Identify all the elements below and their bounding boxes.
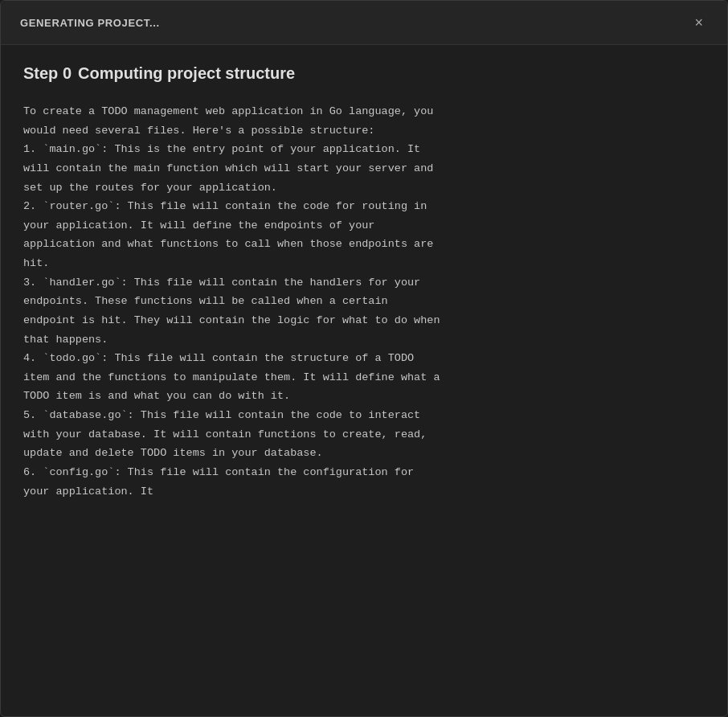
generating-project-modal: GENERATING PROJECT... × Step 0Computing … xyxy=(0,0,728,717)
content-text: To create a TODO management web applicat… xyxy=(23,102,705,501)
step-label: Computing project structure xyxy=(78,64,295,82)
step-heading: Step 0Computing project structure xyxy=(23,64,705,83)
modal-title: GENERATING PROJECT... xyxy=(20,17,160,29)
step-number: Step 0 xyxy=(23,64,72,82)
close-button[interactable]: × xyxy=(689,14,708,31)
modal-body: Step 0Computing project structure To cre… xyxy=(1,45,727,520)
modal-header: GENERATING PROJECT... × xyxy=(1,1,727,45)
